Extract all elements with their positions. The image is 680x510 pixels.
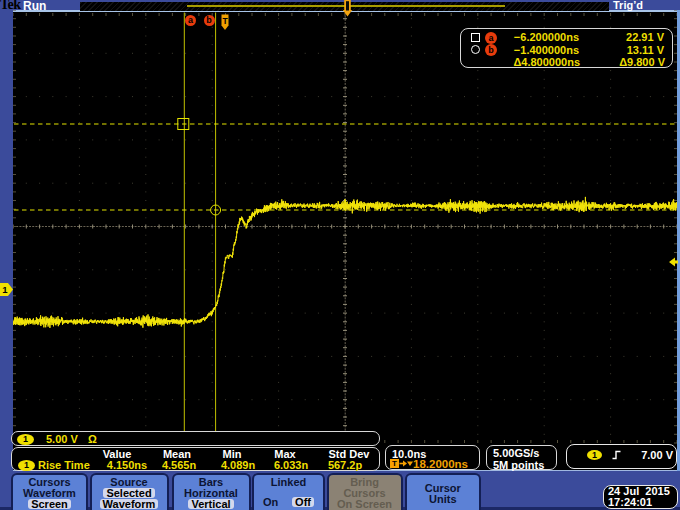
svg-text:T: T [222,16,228,26]
svg-text:1: 1 [2,284,8,295]
